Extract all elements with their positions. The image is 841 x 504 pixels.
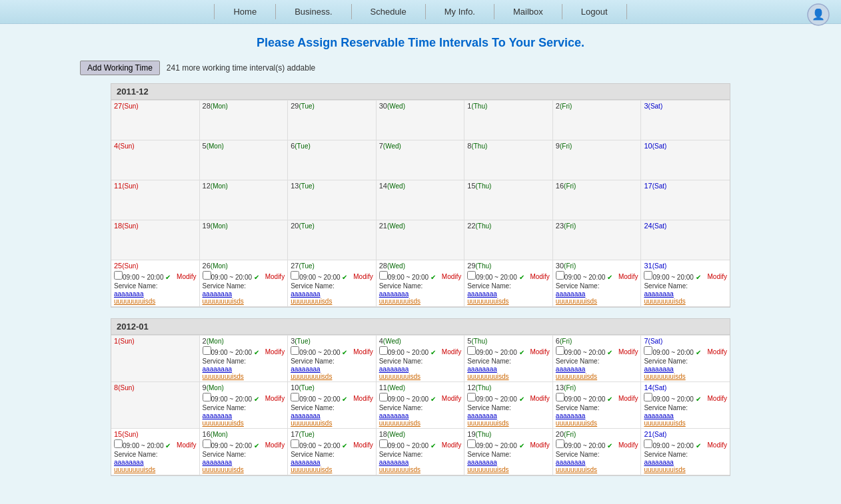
modify-link[interactable]: Modify (442, 395, 461, 402)
slot-checkbox[interactable] (114, 439, 123, 448)
service-id-link[interactable]: uuuuuuuuisds (556, 419, 638, 427)
service-name-link[interactable]: aaaaaaaa (556, 459, 638, 466)
service-id-link[interactable]: uuuuuuuuisds (556, 466, 638, 473)
slot-checkbox[interactable] (379, 346, 388, 355)
service-name-link[interactable]: aaaaaaaa (203, 366, 285, 373)
modify-link[interactable]: Modify (618, 441, 638, 449)
service-id-link[interactable]: uuuuuuuuisds (556, 373, 638, 380)
slot-checkbox[interactable] (556, 271, 564, 280)
slot-checkbox[interactable] (467, 271, 476, 280)
service-name-link[interactable]: aaaaaaaa (644, 459, 727, 466)
modify-link[interactable]: Modify (618, 348, 638, 356)
service-id-link[interactable]: uuuuuuuuisds (379, 419, 462, 427)
slot-checkbox[interactable] (203, 439, 211, 448)
service-name-link[interactable]: aaaaaaaa (644, 412, 727, 419)
modify-link[interactable]: Modify (177, 441, 196, 449)
service-id-link[interactable]: uuuuuuuuisds (203, 419, 285, 427)
service-id-link[interactable]: uuuuuuuuisds (291, 298, 373, 305)
slot-checkbox[interactable] (556, 393, 564, 401)
slot-checkbox[interactable] (467, 346, 476, 355)
slot-checkbox[interactable] (379, 393, 388, 401)
slot-checkbox[interactable] (291, 271, 299, 280)
modify-link[interactable]: Modify (265, 273, 285, 280)
slot-checkbox[interactable] (556, 439, 564, 448)
slot-checkbox[interactable] (291, 346, 299, 355)
nav-myinfo[interactable]: My Info. (426, 4, 494, 19)
modify-link[interactable]: Modify (708, 273, 727, 280)
modify-link[interactable]: Modify (618, 273, 638, 280)
service-id-link[interactable]: uuuuuuuuisds (203, 373, 285, 380)
service-name-link[interactable]: aaaaaaaa (644, 290, 727, 298)
slot-checkbox[interactable] (203, 346, 211, 355)
service-name-link[interactable]: aaaaaaaa (467, 459, 550, 466)
service-id-link[interactable]: uuuuuuuuisds (644, 419, 727, 427)
service-name-link[interactable]: aaaaaaaa (467, 290, 550, 298)
slot-checkbox[interactable] (467, 439, 476, 448)
nav-schedule[interactable]: Schedule (352, 4, 426, 19)
service-name-link[interactable]: aaaaaaaa (114, 290, 197, 298)
service-id-link[interactable]: uuuuuuuuisds (291, 373, 373, 380)
modify-link[interactable]: Modify (530, 395, 549, 402)
modify-link[interactable]: Modify (265, 441, 285, 449)
service-id-link[interactable]: uuuuuuuuisds (114, 298, 197, 305)
modify-link[interactable]: Modify (530, 348, 549, 356)
service-id-link[interactable]: uuuuuuuuisds (467, 419, 550, 427)
slot-checkbox[interactable] (467, 393, 476, 401)
modify-link[interactable]: Modify (353, 441, 373, 449)
modify-link[interactable]: Modify (442, 273, 461, 280)
service-name-link[interactable]: aaaaaaaa (291, 290, 373, 298)
modify-link[interactable]: Modify (353, 395, 373, 402)
slot-checkbox[interactable] (291, 439, 299, 448)
slot-checkbox[interactable] (644, 439, 652, 448)
nav-business[interactable]: Business. (276, 4, 351, 19)
service-name-link[interactable]: aaaaaaaa (556, 412, 638, 419)
slot-checkbox[interactable] (556, 346, 564, 355)
slot-checkbox[interactable] (203, 393, 211, 401)
service-id-link[interactable]: uuuuuuuuisds (114, 466, 197, 473)
nav-home[interactable]: Home (214, 4, 276, 19)
service-id-link[interactable]: uuuuuuuuisds (467, 298, 550, 305)
service-id-link[interactable]: uuuuuuuuisds (203, 466, 285, 473)
service-name-link[interactable]: aaaaaaaa (467, 412, 550, 419)
service-name-link[interactable]: aaaaaaaa (556, 366, 638, 373)
service-name-link[interactable]: aaaaaaaa (114, 459, 197, 466)
modify-link[interactable]: Modify (708, 395, 727, 402)
service-name-link[interactable]: aaaaaaaa (291, 366, 373, 373)
service-name-link[interactable]: aaaaaaaa (644, 366, 727, 373)
service-name-link[interactable]: aaaaaaaa (203, 290, 285, 298)
service-id-link[interactable]: uuuuuuuuisds (556, 298, 638, 305)
slot-checkbox[interactable] (203, 271, 211, 280)
service-id-link[interactable]: uuuuuuuuisds (644, 298, 727, 305)
slot-checkbox[interactable] (644, 271, 652, 280)
service-name-link[interactable]: aaaaaaaa (467, 366, 550, 373)
slot-checkbox[interactable] (114, 271, 123, 280)
modify-link[interactable]: Modify (530, 273, 549, 280)
slot-checkbox[interactable] (379, 439, 388, 448)
add-working-time-button[interactable]: Add Working Time (80, 61, 160, 75)
service-name-link[interactable]: aaaaaaaa (556, 290, 638, 298)
modify-link[interactable]: Modify (177, 273, 196, 280)
service-id-link[interactable]: uuuuuuuuisds (467, 373, 550, 380)
modify-link[interactable]: Modify (618, 395, 638, 402)
nav-mailbox[interactable]: Mailbox (494, 4, 562, 19)
service-name-link[interactable]: aaaaaaaa (291, 412, 373, 419)
modify-link[interactable]: Modify (442, 441, 461, 449)
service-id-link[interactable]: uuuuuuuuisds (379, 373, 462, 380)
service-name-link[interactable]: aaaaaaaa (203, 459, 285, 466)
modify-link[interactable]: Modify (708, 441, 727, 449)
nav-logout[interactable]: Logout (562, 4, 627, 19)
service-id-link[interactable]: uuuuuuuuisds (291, 419, 373, 427)
service-id-link[interactable]: uuuuuuuuisds (379, 466, 462, 473)
slot-checkbox[interactable] (644, 346, 652, 355)
service-name-link[interactable]: aaaaaaaa (379, 459, 462, 466)
service-id-link[interactable]: uuuuuuuuisds (291, 466, 373, 473)
slot-checkbox[interactable] (379, 271, 388, 280)
service-id-link[interactable]: uuuuuuuuisds (379, 298, 462, 305)
modify-link[interactable]: Modify (708, 348, 727, 356)
modify-link[interactable]: Modify (353, 273, 373, 280)
service-id-link[interactable]: uuuuuuuuisds (644, 466, 727, 473)
service-name-link[interactable]: aaaaaaaa (203, 412, 285, 419)
service-name-link[interactable]: aaaaaaaa (379, 366, 462, 373)
modify-link[interactable]: Modify (530, 441, 549, 449)
service-id-link[interactable]: uuuuuuuuisds (467, 466, 550, 473)
